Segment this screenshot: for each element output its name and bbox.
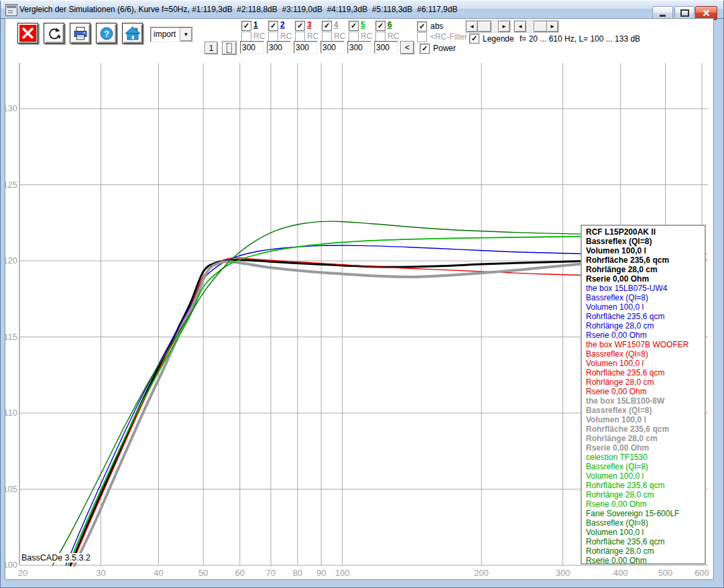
x-tick-label: 30 [96,568,105,578]
level-input-3[interactable] [294,41,318,54]
y-tick-label: 130 [5,103,17,113]
refresh-button[interactable] [44,23,64,44]
legend-series-param: Rserie 0,00 Ohm [586,274,705,284]
check-icon: ✓ [471,34,477,42]
y-tick-label: 105 [5,484,17,494]
legende-checkbox[interactable]: ✓ [469,34,479,44]
window-frame: { "window": { "title": "Vergleich der Si… [0,0,724,588]
maximize-button[interactable] [674,6,695,20]
scroll-left-button[interactable]: ◄ [466,21,478,32]
minimize-button[interactable] [652,6,673,20]
channel-label-2: 2 [280,20,285,30]
legend-series-name: the box 15LB075-UW4 [586,284,705,293]
legend-series-param: Bassreflex (Ql=8) [586,293,705,302]
x-tick-label: 40 [154,568,163,578]
x-tick-label: 300 [556,568,570,578]
rc-label-3: RC [307,32,318,41]
abs-checkbox[interactable]: ✓ [417,21,427,32]
rc-checkbox-4 [322,32,332,42]
channel-checkbox-3[interactable]: ✓ [295,21,305,31]
page-one-button[interactable]: 1 [204,42,218,54]
title-bar: Vergleich der Simulationen (6/6), Kurve … [0,0,724,19]
legend-series-param: Rohrfläche 235,6 qcm [586,424,705,434]
exit-button[interactable] [17,23,38,44]
legend-series-param: Rohrfläche 235,6 qcm [586,481,705,490]
channel-checkbox-4[interactable]: ✓ [322,21,332,31]
dropdown-button[interactable]: ▼ [180,27,192,42]
close-button[interactable] [695,6,717,20]
y-tick-label: 110 [5,408,17,418]
scroll-thumb[interactable] [477,21,491,32]
check-icon: ✓ [422,44,428,52]
scroll-right-button[interactable]: ► [498,21,510,32]
level-input-2[interactable] [267,41,291,54]
legend-series-name: Fane Sovereign 15-600LF [586,509,705,518]
legend-series-param: Bassreflex (Ql=8) [586,518,705,528]
legend-series-param: Rohrlänge 28,0 cm [586,377,705,387]
home-button[interactable] [122,23,143,44]
legend-series-param: Rserie 0,00 Ohm [586,443,705,453]
channel-checkbox-1[interactable]: ✓ [241,21,251,31]
legend-series-param: Bassreflex (Ql=8) [586,237,705,246]
x-tick-label: 600 [695,568,709,578]
legend-series-param: Rohrlänge 28,0 cm [586,434,705,443]
scrollbar-frequency[interactable]: ◄ ► [465,20,511,33]
abs-label: abs [430,21,443,31]
legend-series-param: Rohrlänge 28,0 cm [586,321,705,331]
level-input-4[interactable] [320,41,345,54]
import-select-value: import [151,27,180,42]
legend-series-param: Rserie 0,00 Ohm [586,387,705,396]
legend-entry-1: RCF L15P200AK IIBassreflex (Ql=8)Volumen… [586,227,705,284]
rc-checkbox-3 [295,32,305,42]
help-button[interactable]: ? [96,23,117,44]
legend-series-name: the box 15LB100-8W [586,396,705,406]
import-select[interactable]: import ▼ [150,27,193,42]
legend-series-param: Volumen 100,0 l [586,246,705,255]
scroll-left-button[interactable]: ◄ [514,21,526,32]
legend-series-param: Rohrlänge 28,0 cm [586,546,705,556]
y-tick-label: 100 [5,560,17,570]
power-checkbox[interactable]: ✓ [420,44,430,54]
arrow-left-icon: ◄ [518,23,523,30]
selection-rect-icon [227,43,232,53]
x-tick-label: 500 [658,568,673,578]
legend-series-param: Bassreflex (Ql=8) [586,462,705,471]
app-icon [5,4,17,16]
channel-label-4: 4 [334,20,339,30]
decrement-button[interactable]: < [400,41,414,54]
legend-entry-4: the box 15LB100-8WBassreflex (Ql=8)Volum… [586,396,705,453]
channel-checkbox-6[interactable]: ✓ [375,21,385,31]
x-icon [21,26,35,40]
legend-series-param: Rohrlänge 28,0 cm [586,490,705,499]
check-icon: ✓ [419,22,425,30]
level-input-6[interactable] [374,41,398,54]
print-button[interactable] [70,23,90,44]
rc-checkbox-6 [375,32,385,42]
scroll-right-button[interactable]: ► [546,21,558,32]
legend-series-param: Volumen 100,0 l [586,302,705,312]
rc-label-6: RC [387,32,399,41]
legend-box: RCF L15P200AK IIBassreflex (Ql=8)Volumen… [581,225,706,565]
scrollbar-level[interactable]: ◄ ► [514,20,559,33]
arrow-right-icon: ► [550,23,555,30]
scroll-thumb[interactable] [534,21,548,32]
selection-rect-button[interactable] [222,41,237,55]
rc-filter-label: <RC-Filter [430,32,467,42]
level-input-1[interactable] [240,41,264,54]
printer-icon [73,26,88,41]
legend-series-param: Rohrfläche 235,6 qcm [586,255,705,265]
channel-checkbox-5[interactable]: ✓ [349,21,359,31]
channel-checkbox-2[interactable]: ✓ [268,21,278,31]
home-icon [125,26,141,41]
client-area: 2030405060708090100200300400500600100105… [5,19,713,579]
legend-series-param: Volumen 100,0 l [586,471,705,481]
legend-series-param: Rserie 0,00 Ohm [586,331,705,340]
legend-entry-6: Fane Sovereign 15-600LFBassreflex (Ql=8)… [586,509,705,565]
x-tick-label: 200 [474,568,489,578]
power-label: Power [433,44,456,53]
legend-entry-3: the box WF1507B WOOFERBassreflex (Ql=8)V… [586,340,705,396]
rc-checkbox-2 [268,32,278,42]
level-input-5[interactable] [347,41,371,54]
arrow-left-icon: ◄ [469,23,475,30]
legend-series-param: Bassreflex (Ql=8) [586,349,705,359]
